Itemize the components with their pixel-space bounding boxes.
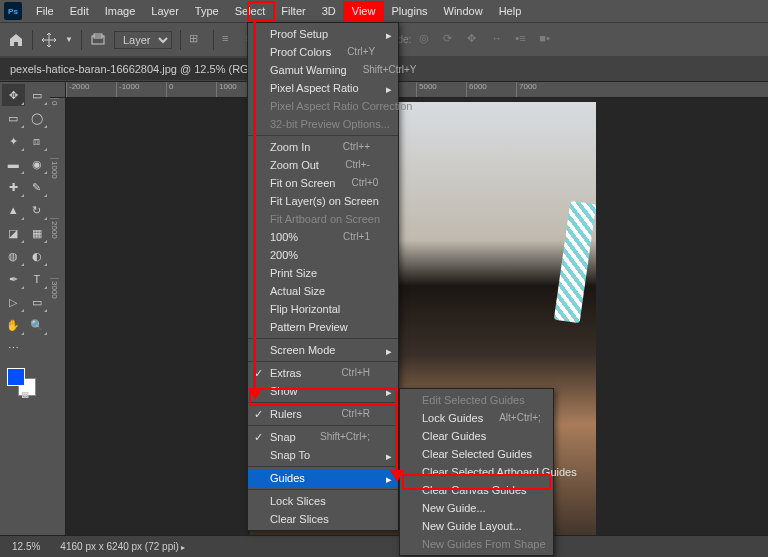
menu-item-zoom-in[interactable]: Zoom InCtrl++	[248, 138, 398, 156]
menu-item-fit-layer-s-on-screen[interactable]: Fit Layer(s) on Screen	[248, 192, 398, 210]
align-left-icon[interactable]: ≡	[222, 32, 238, 48]
shape-tool[interactable]: ▭	[26, 291, 49, 313]
hand-tool[interactable]: ✋	[2, 314, 25, 336]
zoom-icon: 🔍	[30, 319, 44, 332]
menu-item-fit-on-screen[interactable]: Fit on ScreenCtrl+0	[248, 174, 398, 192]
move-tool-icon[interactable]	[41, 32, 57, 48]
hand-icon: ✋	[6, 319, 20, 332]
menu-item-gamut-warning[interactable]: Gamut WarningShift+Ctrl+Y	[248, 61, 398, 79]
menu-item-lock-guides[interactable]: Lock GuidesAlt+Ctrl+;	[400, 409, 553, 427]
menu-layer[interactable]: Layer	[143, 2, 187, 20]
3d-zoom-icon[interactable]: •≡	[515, 32, 531, 48]
menu-item-200[interactable]: 200%	[248, 246, 398, 264]
home-icon[interactable]	[8, 32, 24, 48]
document-info[interactable]: 4160 px x 6240 px (72 ppi)	[60, 541, 185, 552]
3d-pan-icon[interactable]: ✥	[467, 32, 483, 48]
menu-item-clear-slices[interactable]: Clear Slices	[248, 510, 398, 528]
patch-tool[interactable]: ✚	[2, 176, 25, 198]
stamp-tool[interactable]: ▲	[2, 199, 25, 221]
menu-item-label: Zoom Out	[270, 159, 319, 171]
pen-tool[interactable]: ✒	[2, 268, 25, 290]
menu-item-clear-guides[interactable]: Clear Guides	[400, 427, 553, 445]
menu-view[interactable]: View	[344, 2, 384, 20]
eyedropper-tool[interactable]: ◉	[26, 153, 49, 175]
ruler-tick: 2000	[50, 218, 59, 278]
transform-controls-icon[interactable]: ⊞	[189, 32, 205, 48]
wand-tool[interactable]: ✦	[2, 130, 25, 152]
menu-item-edit-selected-guides: Edit Selected Guides	[400, 391, 553, 409]
menu-shortcut: Ctrl+Y	[347, 46, 375, 58]
edit-toolbar-tool[interactable]: ⋯	[2, 337, 25, 359]
3d-camera-icon[interactable]: ■•	[539, 32, 555, 48]
menu-plugins[interactable]: Plugins	[383, 2, 435, 20]
dodge-tool[interactable]: ◐	[26, 245, 49, 267]
menu-edit[interactable]: Edit	[62, 2, 97, 20]
menu-item-new-guide-layout[interactable]: New Guide Layout...	[400, 517, 553, 535]
menu-item-show[interactable]: Show▸	[248, 382, 398, 400]
auto-select-icon[interactable]	[90, 32, 106, 48]
frame-tool[interactable]: ▬	[2, 153, 25, 175]
menu-item-100[interactable]: 100%Ctrl+1	[248, 228, 398, 246]
document-tab[interactable]: pexels-hatice-baran-16662804.jpg @ 12.5%…	[0, 58, 280, 80]
menu-item-pixel-aspect-ratio[interactable]: Pixel Aspect Ratio▸	[248, 79, 398, 97]
menu-item-label: Lock Guides	[422, 412, 483, 424]
zoom-level[interactable]: 12.5%	[12, 541, 40, 552]
menu-file[interactable]: File	[28, 2, 62, 20]
menu-image[interactable]: Image	[97, 2, 144, 20]
menu-item-rulers[interactable]: RulersCtrl+R✓	[248, 405, 398, 423]
type-tool[interactable]: T	[26, 268, 49, 290]
menu-item-print-size[interactable]: Print Size	[248, 264, 398, 282]
history-brush-tool[interactable]: ↻	[26, 199, 49, 221]
eyedropper-icon: ◉	[32, 158, 42, 171]
ruler-horizontal[interactable]: -2000-100001000200030004000500060007000	[66, 82, 768, 98]
menu-3d[interactable]: 3D	[314, 2, 344, 20]
path-tool[interactable]: ▷	[2, 291, 25, 313]
menu-item-label: Guides	[270, 472, 305, 484]
menu-item-clear-selected-artboard-guides[interactable]: Clear Selected Artboard Guides	[400, 463, 553, 481]
menu-item-screen-mode[interactable]: Screen Mode▸	[248, 341, 398, 359]
menu-item-proof-setup[interactable]: Proof Setup▸	[248, 25, 398, 43]
menu-item-snap[interactable]: SnapShift+Ctrl+;✓	[248, 428, 398, 446]
stamp-icon: ▲	[8, 204, 19, 216]
menu-item-extras[interactable]: ExtrasCtrl+H✓	[248, 364, 398, 382]
3d-slide-icon[interactable]: ↔	[491, 32, 507, 48]
crop-tool[interactable]: ⧈	[26, 130, 49, 152]
menu-filter[interactable]: Filter	[273, 2, 313, 20]
brush-tool[interactable]: ✎	[26, 176, 49, 198]
lasso-tool[interactable]: ◯	[26, 107, 49, 129]
menu-item-actual-size[interactable]: Actual Size	[248, 282, 398, 300]
marquee-icon: ▭	[8, 112, 18, 125]
annotation-arrow-head	[248, 388, 262, 400]
menu-select[interactable]: Select	[227, 2, 274, 20]
menu-item-pattern-preview[interactable]: Pattern Preview	[248, 318, 398, 336]
ruler-vertical[interactable]: 0100020003000	[50, 98, 66, 544]
menu-shortcut: Shift+Ctrl+Y	[363, 64, 417, 76]
menu-item-guides[interactable]: Guides▸	[248, 469, 398, 487]
quick-mask-toggle[interactable]: ◙	[2, 383, 48, 405]
menu-item-proof-colors[interactable]: Proof ColorsCtrl+Y	[248, 43, 398, 61]
menu-window[interactable]: Window	[436, 2, 491, 20]
menu-item-lock-slices[interactable]: Lock Slices	[248, 492, 398, 510]
marquee-tool[interactable]: ▭	[2, 107, 25, 129]
menu-item-flip-horizontal[interactable]: Flip Horizontal	[248, 300, 398, 318]
menu-item-snap-to[interactable]: Snap To▸	[248, 446, 398, 464]
menu-item-label: Snap To	[270, 449, 310, 461]
menu-item-new-guide[interactable]: New Guide...	[400, 499, 553, 517]
menu-help[interactable]: Help	[491, 2, 530, 20]
gradient-tool[interactable]: ▦	[26, 222, 49, 244]
move-icon: ✥	[9, 89, 18, 102]
menu-item-label: Zoom In	[270, 141, 310, 153]
3d-orbit-icon[interactable]: ◎	[419, 32, 435, 48]
menu-type[interactable]: Type	[187, 2, 227, 20]
menu-item-zoom-out[interactable]: Zoom OutCtrl+-	[248, 156, 398, 174]
menu-item-clear-selected-guides[interactable]: Clear Selected Guides	[400, 445, 553, 463]
move-tool[interactable]: ✥	[2, 84, 25, 106]
zoom-tool[interactable]: 🔍	[26, 314, 49, 336]
menu-item-clear-canvas-guides[interactable]: Clear Canvas Guides	[400, 481, 553, 499]
3d-roll-icon[interactable]: ⟳	[443, 32, 459, 48]
submenu-arrow-icon: ▸	[386, 29, 392, 42]
layer-select[interactable]: Layer	[114, 31, 172, 49]
artboard-tool[interactable]: ▭	[26, 84, 49, 106]
blur-tool[interactable]: ◍	[2, 245, 25, 267]
eraser-tool[interactable]: ◪	[2, 222, 25, 244]
